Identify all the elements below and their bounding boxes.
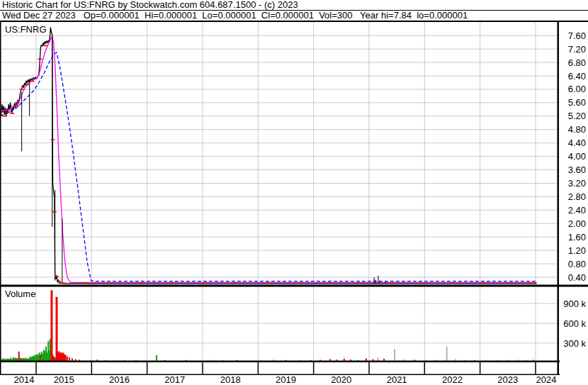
moving-average-short-line <box>0 36 536 282</box>
volume-bar <box>55 297 57 361</box>
volume-tick-label: 600 k <box>563 318 586 329</box>
axis-labels: 7.607.206.806.406.005.605.204.804.404.00… <box>14 30 587 385</box>
year-label: 2015 <box>54 374 74 385</box>
price-tick-label: 3.20 <box>568 178 586 189</box>
price-tick-label: 2.40 <box>568 205 586 216</box>
year-label: 2022 <box>442 374 463 385</box>
volume-bar <box>50 290 52 361</box>
volume-bar <box>65 355 67 361</box>
price-tick-label: 0.80 <box>568 259 586 269</box>
volume-tick-label: 900 k <box>563 298 586 309</box>
year-label: 2023 <box>497 374 518 385</box>
price-tick-label: 2.80 <box>568 191 586 202</box>
year-tick-divider <box>480 362 481 374</box>
year-tick-divider <box>258 362 259 374</box>
year-tick-divider <box>535 362 536 374</box>
price-tick-label: 6.00 <box>568 84 586 94</box>
price-tick-label: 0.40 <box>568 272 586 283</box>
volume-bar <box>378 357 379 361</box>
year-tick-divider <box>91 362 93 374</box>
price-tick-label: 6.80 <box>568 57 586 68</box>
year-label: 2024 <box>536 374 557 385</box>
price-tick-label: 7.20 <box>568 44 586 55</box>
price-tick-label: 7.60 <box>568 30 586 41</box>
year-tick-divider <box>202 362 203 374</box>
year-label: 2020 <box>331 374 351 385</box>
stockwatch-historic-chart: Historic Chart for US:FNRG by Stockwatch… <box>0 0 588 385</box>
year-label: 2014 <box>14 374 35 385</box>
symbol-label: US:FNRG <box>5 25 47 34</box>
grid-lines <box>1 22 558 361</box>
moving-average-long-line <box>0 52 536 281</box>
volume-panel-label: Volume <box>5 289 35 298</box>
plot-top-border <box>0 21 588 22</box>
volume-bar <box>366 358 367 361</box>
volume-bar <box>55 357 56 361</box>
year-label: 2017 <box>164 374 185 385</box>
price-tick-label: 5.20 <box>568 111 586 121</box>
price-tick-label: 3.60 <box>568 164 586 175</box>
year-label: 2019 <box>276 374 296 385</box>
volume-bar <box>394 349 395 361</box>
price-tick-label: 4.80 <box>568 124 586 135</box>
frame-borders <box>0 21 588 375</box>
year-tick-divider <box>368 362 370 374</box>
year-tick-divider <box>313 362 315 374</box>
price-tick-label: 1.20 <box>568 245 586 256</box>
year-tick-divider <box>35 362 37 374</box>
close-price-line <box>0 28 536 284</box>
volume-bars <box>0 290 534 361</box>
volume-bottom-border <box>0 361 560 363</box>
price-series <box>0 28 537 284</box>
chart-canvas: 7.607.206.806.406.005.605.204.804.404.00… <box>0 0 588 385</box>
year-tick-divider <box>147 362 148 374</box>
price-tick-label: 2.00 <box>568 218 586 229</box>
volume-bar <box>446 347 448 361</box>
panel-separator <box>0 285 588 287</box>
year-tick-divider <box>424 362 426 374</box>
volume-bar <box>156 355 157 361</box>
volume-bar <box>72 358 73 361</box>
volume-tick-label: 300 k <box>563 338 586 349</box>
left-border <box>0 21 1 375</box>
year-label: 2021 <box>387 374 407 385</box>
price-tick-label: 4.00 <box>568 151 586 162</box>
price-tick-label: 1.60 <box>568 232 586 242</box>
price-tick-label: 5.60 <box>568 97 586 108</box>
year-label: 2016 <box>109 374 130 385</box>
year-label: 2018 <box>220 374 241 385</box>
price-tick-label: 4.40 <box>568 138 586 148</box>
right-border <box>558 21 560 375</box>
volume-bar <box>69 357 70 361</box>
volume-bar <box>67 356 68 361</box>
price-tick-label: 6.40 <box>568 71 586 82</box>
